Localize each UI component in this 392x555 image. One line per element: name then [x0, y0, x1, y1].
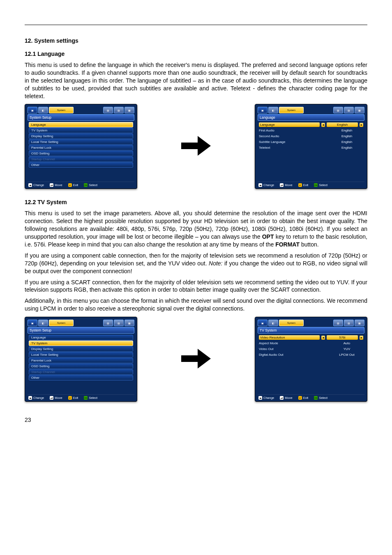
item-label: First Audio	[259, 129, 329, 132]
rx-language: ▣ ◧ System ▧ ▨ ▩ Language Language◂Engli…	[255, 104, 367, 189]
menu-item: TV System	[28, 341, 134, 346]
rx-tabbar: ▣ ◧ System ▧ ▨ ▩	[258, 107, 364, 113]
item-label: Subtitle Language	[259, 140, 329, 144]
item-value: English	[330, 146, 363, 150]
para-12-2a: This menu is used to set the image param…	[25, 210, 367, 248]
rx-footer: ◂▸Change ▴▾Move ↩Exit OKSelect	[28, 394, 134, 400]
item-label: Other	[29, 162, 133, 168]
setting-row: Video Resolution◂576i▸	[258, 335, 364, 340]
menu-item: Local Time Setting	[28, 139, 134, 145]
rx-title: Language	[258, 114, 364, 121]
screenshot-row-1: ▣ ◧ System ▧ ▨ ▩ System Setup LanguageTV…	[25, 104, 367, 189]
item-label: Local Time Setting	[29, 352, 133, 357]
rx-tabbar: ▣ ◧ System ▧ ▨ ▩	[258, 320, 364, 326]
item-value: English	[330, 129, 363, 132]
item-label: Local Time Setting	[29, 139, 133, 145]
para-12-2c: If you are using a SCART connection, the…	[25, 279, 367, 294]
item-value: Auto	[330, 341, 363, 345]
chevron-left-icon: ◂	[321, 123, 325, 127]
tab-icon: ▧	[103, 107, 113, 113]
tab-icon: ▣	[258, 107, 267, 113]
item-label: Second Audio	[259, 134, 329, 138]
item-label: TV System	[29, 341, 133, 346]
tab-icon: ▩	[355, 320, 364, 326]
item-label: OSD Setting	[29, 151, 133, 156]
item-label: Startup Channel	[29, 157, 133, 162]
item-label: Other	[29, 375, 133, 380]
tab-icon: ▨	[114, 320, 124, 326]
screenshot-row-2: ▣ ◧ System ▧ ▨ ▩ System Setup LanguageTV…	[25, 317, 367, 402]
rx-title: TV System	[258, 327, 364, 334]
menu-item: Local Time Setting	[28, 352, 134, 357]
rx-title: System Setup	[28, 114, 134, 121]
setting-row: Aspect ModeAuto	[258, 341, 364, 346]
menu-item: Display Setting	[28, 134, 134, 139]
tab-icon: ◧	[268, 107, 278, 113]
para-12-2b: If you are using a component cable conne…	[25, 252, 367, 275]
rx-list: LanguageTV SystemDisplay SettingLocal Ti…	[28, 122, 134, 180]
menu-item: Language	[28, 122, 134, 127]
arrow-right-icon	[180, 131, 212, 161]
rx-title: System Setup	[28, 327, 134, 334]
item-label: Video Out	[259, 347, 329, 351]
item-label: OSD Setting	[29, 364, 133, 369]
menu-item: Parental Lock	[28, 145, 134, 150]
tab-icon: ▩	[125, 320, 134, 326]
rx-footer: ◂▸Change ▴▾Move ↩Exit OKSelect	[28, 182, 134, 187]
top-rule	[25, 25, 367, 25]
item-label: Display Setting	[29, 134, 133, 139]
menu-item: Startup Channel	[28, 157, 134, 162]
tab-icon: ◧	[38, 320, 48, 326]
item-label: Startup Channel	[29, 369, 133, 375]
menu-item: Parental Lock	[28, 358, 134, 363]
menu-item: Display Setting	[28, 346, 134, 352]
chevron-left-icon: ◂	[321, 336, 325, 340]
chevron-right-icon: ▸	[360, 336, 363, 340]
tab-icon: ▩	[125, 107, 134, 113]
item-label: Video Resolution	[259, 335, 320, 340]
rx-footer: ◂▸Change ▴▾Move ↩Exit OKSelect	[258, 182, 364, 187]
menu-item: OSD Setting	[28, 151, 134, 156]
para-12-2d: Additionally, in this menu you can choos…	[25, 297, 367, 313]
menu-item: Other	[28, 375, 134, 380]
rx-list: Language◂English▸First AudioEnglishSecon…	[258, 122, 364, 180]
item-label: Language	[29, 335, 133, 340]
tab-icon: ▩	[355, 107, 364, 113]
menu-item: OSD Setting	[28, 364, 134, 369]
item-value: 576i	[327, 335, 358, 340]
item-value: YUV	[330, 347, 363, 351]
chevron-right-icon: ▸	[360, 123, 363, 127]
tab-icon: ▣	[28, 107, 37, 113]
menu-item: Other	[28, 162, 134, 168]
item-value: English	[330, 140, 363, 144]
rx-system-setup-tvsystem: ▣ ◧ System ▧ ▨ ▩ System Setup LanguageTV…	[25, 317, 137, 402]
tab-system: System	[279, 107, 304, 113]
tab-icon: ▨	[344, 320, 354, 326]
item-label: Digital Audio Out	[259, 353, 329, 357]
item-label: Teletext	[259, 146, 329, 150]
item-label: TV System	[29, 128, 133, 133]
tab-icon: ◧	[268, 320, 278, 326]
tab-system: System	[279, 320, 304, 326]
item-label: Parental Lock	[29, 145, 133, 150]
rx-tvsystem: ▣ ◧ System ▧ ▨ ▩ TV System Video Resolut…	[255, 317, 367, 402]
heading-12-1: 12.1 Language	[25, 51, 367, 57]
arrow-right-icon	[180, 344, 212, 374]
menu-item: Startup Channel	[28, 369, 134, 375]
menu-item: Language	[28, 335, 134, 340]
setting-row: Second AudioEnglish	[258, 134, 364, 139]
setting-row: Language◂English▸	[258, 122, 364, 127]
rx-system-setup-language: ▣ ◧ System ▧ ▨ ▩ System Setup LanguageTV…	[25, 104, 137, 189]
tab-icon: ▣	[258, 320, 267, 326]
rx-tabbar: ▣ ◧ System ▧ ▨ ▩	[28, 107, 134, 113]
item-label: Parental Lock	[29, 358, 133, 363]
heading-12: 12. System settings	[25, 37, 367, 44]
rx-list: Video Resolution◂576i▸Aspect ModeAutoVid…	[258, 335, 364, 393]
tab-icon: ◧	[38, 107, 48, 113]
tab-icon: ▨	[114, 107, 124, 113]
setting-row: Video OutYUV	[258, 346, 364, 352]
rx-list: LanguageTV SystemDisplay SettingLocal Ti…	[28, 335, 134, 393]
item-value: English	[327, 122, 358, 127]
menu-item: TV System	[28, 128, 134, 133]
rx-tabbar: ▣ ◧ System ▧ ▨ ▩	[28, 320, 134, 326]
